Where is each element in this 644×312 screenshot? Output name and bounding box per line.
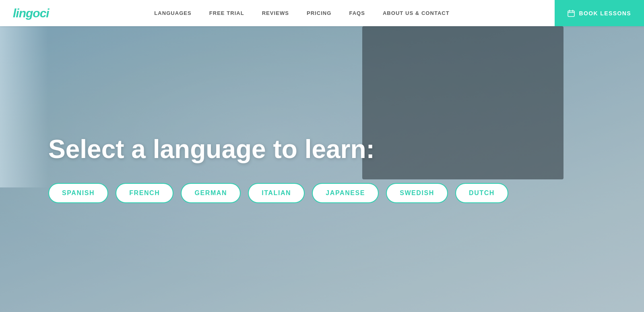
svg-rect-0 xyxy=(568,11,574,17)
book-lessons-label: BOOK LESSONS xyxy=(579,10,631,17)
nav-link-free-trial[interactable]: FREE TRIAL xyxy=(200,10,253,16)
nav-link-faqs[interactable]: FAQS xyxy=(340,10,374,16)
language-pill-spanish[interactable]: SPANISH xyxy=(48,183,108,203)
hero-section: Select a language to learn: SPANISHFRENC… xyxy=(0,0,644,312)
language-pill-swedish[interactable]: SWEDISH xyxy=(386,183,448,203)
navbar-left: lingoci xyxy=(0,6,49,20)
book-lessons-button[interactable]: BOOK LESSONS xyxy=(555,0,644,26)
language-pill-german[interactable]: GERMAN xyxy=(181,183,241,203)
calendar-icon xyxy=(568,10,575,17)
navbar-right: BOOK LESSONS xyxy=(555,0,644,26)
language-pill-dutch[interactable]: DUTCH xyxy=(455,183,508,203)
navbar-links: LANGUAGESFREE TRIALREVIEWSPRICINGFAQSABO… xyxy=(49,10,555,16)
hero-title: Select a language to learn: xyxy=(48,135,411,163)
logo[interactable]: lingoci xyxy=(13,6,49,20)
nav-link-languages[interactable]: LANGUAGES xyxy=(145,10,200,16)
language-pill-french[interactable]: FRENCH xyxy=(116,183,173,203)
nav-link-pricing[interactable]: PRICING xyxy=(298,10,340,16)
nav-link-reviews[interactable]: REVIEWS xyxy=(253,10,298,16)
navbar: lingoci LANGUAGESFREE TRIALREVIEWSPRICIN… xyxy=(0,0,644,26)
language-pill-japanese[interactable]: JAPANESE xyxy=(312,183,379,203)
language-pill-italian[interactable]: ITALIAN xyxy=(248,183,305,203)
nav-link-about[interactable]: ABOUT US & CONTACT xyxy=(374,10,458,16)
language-pills: SPANISHFRENCHGERMANITALIANJAPANESESWEDIS… xyxy=(48,183,644,203)
hero-content: Select a language to learn: SPANISHFRENC… xyxy=(0,109,644,203)
